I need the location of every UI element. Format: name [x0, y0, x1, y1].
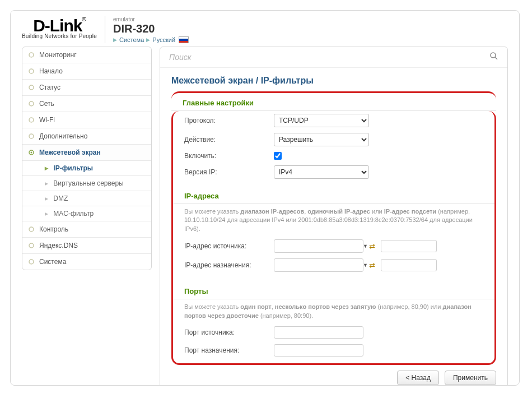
- highlight-box: Протокол: TCP/UDP Действие: Разрешить: [171, 111, 496, 365]
- row-protocol: Протокол: TCP/UDP: [173, 111, 494, 130]
- bullet-icon: [28, 100, 35, 107]
- svg-line-12: [495, 57, 497, 59]
- chevron-right-icon: ▶: [113, 37, 117, 43]
- chevron-down-icon[interactable]: ▼: [363, 262, 368, 268]
- sidebar-item-wifi[interactable]: Wi-Fi: [22, 112, 151, 128]
- row-ip-dst: IP-адрес назначения: ▼ ⇄: [173, 256, 494, 275]
- chevron-right-icon: ▸: [45, 179, 48, 187]
- flag-russia-icon[interactable]: [179, 36, 189, 43]
- apply-button[interactable]: Применить: [445, 371, 496, 385]
- svg-point-4: [29, 118, 34, 122]
- label-port-dst: Порт назначения:: [184, 346, 274, 354]
- svg-point-2: [29, 85, 34, 90]
- input-ip-src-to[interactable]: [381, 240, 437, 252]
- range-icon[interactable]: ⇄: [369, 261, 375, 270]
- sidebar-item-label: Дополнительно: [39, 132, 87, 140]
- sidebar-sub-ipfilters[interactable]: ▸ IP-фильтры: [22, 161, 151, 176]
- brand-tagline: Building Networks for People: [22, 33, 97, 39]
- select-ipversion[interactable]: IPv4: [274, 165, 369, 179]
- sidebar-item-yandexdns[interactable]: Яндекс.DNS: [22, 238, 151, 254]
- row-port-dst: Порт назначения:: [173, 341, 494, 363]
- sidebar-item-label: Начало: [39, 67, 63, 75]
- row-port-src: Порт источника:: [173, 323, 494, 341]
- back-button[interactable]: < Назад: [397, 371, 439, 385]
- bullet-icon: [28, 68, 35, 75]
- select-protocol[interactable]: TCP/UDP: [274, 114, 369, 127]
- device-model: DIR-320: [113, 22, 189, 35]
- footer-buttons: < Назад Применить: [160, 365, 507, 385]
- label-enable: Включить:: [184, 152, 274, 160]
- svg-point-0: [29, 53, 34, 57]
- label-action: Действие:: [184, 136, 274, 144]
- sidebar-item-network[interactable]: Сеть: [22, 96, 151, 112]
- sidebar-sub-label: IP-фильтры: [53, 164, 93, 172]
- section-header-ports: Порты: [173, 281, 494, 299]
- bullet-icon: [28, 84, 35, 91]
- combo-ip-src[interactable]: ▼: [274, 239, 363, 253]
- bullet-expanded-icon: [28, 149, 35, 156]
- input-ip-dst-to[interactable]: [381, 259, 437, 271]
- label-ipversion: Версия IP:: [184, 168, 274, 176]
- input-port-dst[interactable]: [274, 344, 363, 357]
- sidebar-sub-label: MAC-фильтр: [53, 210, 94, 217]
- checkbox-enable[interactable]: [274, 152, 282, 160]
- header-main: emulator DIR-320 ▶ Система ▶ Русский: [105, 16, 189, 43]
- sidebar-item-label: Межсетевой экран: [39, 149, 101, 156]
- sidebar-item-control[interactable]: Контроль: [22, 221, 151, 238]
- chevron-right-icon: ▶: [146, 37, 150, 43]
- bullet-icon: [28, 117, 35, 123]
- bullet-icon: [28, 226, 35, 233]
- sidebar-item-label: Мониторинг: [39, 51, 77, 59]
- sidebar-item-advanced[interactable]: Дополнительно: [22, 128, 151, 145]
- section-header-main: Главные настройки: [171, 91, 496, 111]
- search-row: [160, 47, 507, 68]
- sidebar-sub-dmz[interactable]: ▸ DMZ: [22, 191, 151, 206]
- main-panel: Межсетевой экран / IP-фильтры Главные на…: [160, 47, 508, 386]
- bullet-icon: [28, 133, 35, 140]
- row-action: Действие: Разрешить: [173, 130, 494, 149]
- svg-point-9: [29, 243, 34, 248]
- combo-ip-dst[interactable]: ▼: [274, 258, 363, 272]
- breadcrumb: ▶ Система ▶ Русский: [113, 36, 189, 43]
- svg-point-5: [29, 134, 34, 138]
- sidebar-item-status[interactable]: Статус: [22, 80, 151, 96]
- svg-point-3: [29, 101, 34, 106]
- row-ip-src: IP-адрес источника: ▼ ⇄: [173, 237, 494, 256]
- sidebar: Мониторинг Начало Статус Сеть: [22, 47, 152, 270]
- search-icon[interactable]: [489, 52, 498, 63]
- sidebar-item-label: Wi-Fi: [39, 116, 55, 124]
- breadcrumb-language[interactable]: Русский: [152, 36, 175, 43]
- sidebar-item-system[interactable]: Система: [22, 254, 151, 270]
- emulator-label: emulator: [113, 16, 189, 22]
- search-input[interactable]: [169, 53, 489, 62]
- sidebar-sub-macfilter[interactable]: ▸ MAC-фильтр: [22, 206, 151, 221]
- select-action[interactable]: Разрешить: [274, 133, 369, 146]
- label-ip-dst: IP-адрес назначения:: [184, 261, 274, 269]
- hint-ports: Вы можете указать один порт, несколько п…: [173, 303, 494, 323]
- hint-ip: Вы можете указать диапазон IP-адресов, о…: [173, 207, 494, 237]
- header: D-Link® Building Networks for People emu…: [11, 11, 519, 47]
- sidebar-item-firewall[interactable]: Межсетевой экран: [22, 145, 151, 161]
- chevron-right-icon: ▸: [45, 210, 48, 217]
- sidebar-item-start[interactable]: Начало: [22, 63, 151, 80]
- svg-point-8: [29, 227, 34, 232]
- sidebar-item-label: Статус: [39, 84, 60, 91]
- section-header-ip: IP-адреса: [173, 186, 494, 204]
- sidebar-sub-label: Виртуальные серверы: [53, 179, 123, 187]
- sidebar-item-monitoring[interactable]: Мониторинг: [22, 47, 151, 63]
- label-ip-src: IP-адрес источника:: [184, 242, 274, 250]
- input-ip-src[interactable]: [274, 241, 363, 251]
- svg-point-7: [31, 152, 32, 154]
- sidebar-sub-virtual-servers[interactable]: ▸ Виртуальные серверы: [22, 176, 151, 191]
- chevron-down-icon[interactable]: ▼: [363, 243, 368, 249]
- breadcrumb-system[interactable]: Система: [119, 36, 144, 43]
- range-icon[interactable]: ⇄: [369, 242, 375, 251]
- bullet-icon: [28, 242, 35, 249]
- input-ip-dst[interactable]: [274, 260, 363, 270]
- chevron-right-icon: ▸: [45, 195, 48, 202]
- sidebar-item-label: Сеть: [39, 100, 54, 108]
- input-port-src[interactable]: [274, 326, 363, 339]
- row-ipversion: Версия IP: IPv4: [173, 163, 494, 182]
- sidebar-item-label: Система: [39, 258, 66, 266]
- page-title: Межсетевой экран / IP-фильтры: [160, 68, 507, 91]
